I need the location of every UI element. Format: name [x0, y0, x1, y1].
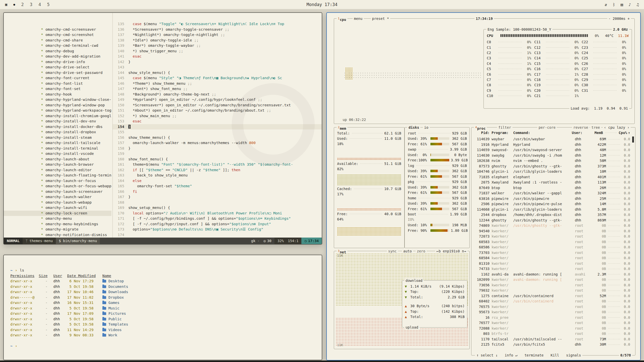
- workspace-button[interactable]: 5: [47, 2, 50, 7]
- bluetooth-icon[interactable]: ᛒ: [613, 2, 615, 7]
- network-icon[interactable]: ⇵: [605, 2, 607, 7]
- process-row[interactable]: 2125 fcitx5 /usr/bin/fcitx5 dhh 30M 0.0: [472, 342, 631, 347]
- process-row[interactable]: 68583 kworker/ root 0B 0.0: [472, 239, 631, 245]
- process-row[interactable]: 114639 waybar /usr/bin/waybar dhh 69M 0.…: [472, 137, 631, 142]
- code-line: 169 show_setup_menu() {: [113, 205, 322, 211]
- process-row[interactable]: 74869 kworker/ /usr/bin/ghostty --gtk- r…: [472, 223, 631, 229]
- process-cpu-graph: [608, 149, 621, 151]
- cursor-location: 32%154:1: [274, 238, 301, 244]
- filter-tab[interactable]: filter: [497, 125, 512, 130]
- process-row[interactable]: 71835 elephant elephant dhh 401M 0.0: [472, 174, 631, 180]
- core-row: C200%: [534, 88, 579, 93]
- process-list[interactable]: 114639 waybar /usr/bin/waybar dhh 69M 0.…: [472, 137, 631, 349]
- ls-row: drwxr-xr-x - dhh 16 Nov 15:31 Games: [10, 300, 322, 306]
- workspace-button[interactable]: 2: [21, 2, 24, 7]
- process-row[interactable]: 102638 nvim nvim --embed . dhh 58M 0.0: [472, 158, 631, 164]
- terminal-window[interactable]: ~ › ls Permissions Size User Date Modifi…: [3, 255, 322, 360]
- scroll-up-icon[interactable]: ↑: [627, 130, 630, 135]
- file-list-pane[interactable]: *omarchy-cmd-screensaver *omarchy-cmd-sc…: [4, 13, 111, 238]
- process-row[interactable]: 87649 btop btop dhh 26M 0.0: [472, 185, 631, 191]
- core-row: C21%: [487, 50, 531, 55]
- process-row[interactable]: 114630 swaybg /usr/bin/swaybg -i /hom dh…: [472, 153, 631, 158]
- process-row[interactable]: 63816 pipewire /usr/bin/pipewire dhh 25M…: [472, 196, 631, 202]
- workspace-switcher: ▣ ● 2 3 4 5: [5, 2, 50, 7]
- process-row[interactable]: 2544 dropbox /home/dhh/.dropbox-dist dhh…: [472, 212, 631, 218]
- disk-stat-row: Used: 0% 0 Byte: [408, 152, 467, 158]
- preset-button[interactable]: preset *: [371, 16, 390, 21]
- process-row[interactable]: 114659 swayosd- /usr/bin/swayosd-server …: [472, 147, 631, 153]
- mic-icon[interactable]: ♫: [636, 2, 639, 7]
- footer-action[interactable]: Kill: [551, 353, 559, 358]
- workspace-button[interactable]: 4: [38, 2, 41, 7]
- folder-icon: [102, 280, 106, 283]
- process-row[interactable]: 76575 kworker/ root 0B 0.0: [472, 304, 631, 310]
- process-row[interactable]: 87573 ghostty /usr/bin/ghostty --gtk- dh…: [472, 164, 631, 169]
- process-row[interactable]: 71837 walker /usr/bin/walker --gappl dhh…: [472, 191, 631, 196]
- neovim-window[interactable]: *omarchy-cmd-screensaver *omarchy-cmd-sc…: [3, 12, 322, 245]
- tree-tab[interactable]: tree: [590, 125, 601, 130]
- volume-icon[interactable]: ♪: [629, 2, 631, 7]
- process-scrollbar[interactable]: [632, 137, 634, 349]
- process-row[interactable]: 1170 tailscal /usr/sbin/tailscaled -- ro…: [472, 337, 631, 342]
- ls-row: drwxr-xr-x - dhh 9 Nov 08:33 Work: [10, 333, 322, 338]
- process-header-row: Pid: Program: Command: User: MemB Cpu% ↑: [472, 130, 631, 135]
- footer-action[interactable]: ↑ select ↓: [476, 353, 498, 358]
- process-row[interactable]: 1162 avahi-da avahi-daemon: running [ av…: [472, 272, 631, 277]
- process-row[interactable]: 16 rcu_pree root 0B 0.0: [472, 315, 631, 321]
- process-row[interactable]: 94540 kworker/ root 0B 0.0: [472, 229, 631, 234]
- process-row[interactable]: 73703 kworker/ root 0B 0.0: [472, 250, 631, 256]
- process-row[interactable]: 74733 kworker/ root 0B 0.0: [472, 266, 631, 272]
- process-row[interactable]: 102099 kworker/ avahi-daemon: running [ …: [472, 277, 631, 283]
- process-row[interactable]: 95673 kworker/ root 0B 0.0: [472, 309, 631, 315]
- process-row[interactable]: 68584 kworker/ root 0B 0.0: [472, 255, 631, 261]
- process-row[interactable]: 79032 kworker/ root 0B 0.0: [472, 288, 631, 293]
- process-cpu-graph: [608, 203, 621, 205]
- mem-box-title[interactable]: 2mem: [337, 125, 347, 131]
- footer-action[interactable]: info ↵: [505, 353, 517, 358]
- process-row[interactable]: 76577 kworker/ root 0B 0.0: [472, 320, 631, 326]
- network-box: 3net sync auto zero ←b enp191s0 n→ 11K 1…: [334, 251, 470, 349]
- process-cpu-graph: [608, 274, 621, 275]
- line-number: 146: [113, 81, 128, 86]
- process-row[interactable]: 104746 glycin-i /usr/lib/glycin-loaders …: [472, 169, 631, 174]
- code-pane[interactable]: 135 case $(menu "Toggle" "◐ Screensaver\…: [113, 13, 322, 238]
- process-row[interactable]: 68586 kworker/ root 0B 0.0: [472, 245, 631, 250]
- core-graph: [546, 41, 570, 43]
- per-core-tab[interactable]: per-core: [537, 125, 557, 130]
- file-item[interactable]: *omarchy-cmd-screensaver: [4, 21, 111, 27]
- process-row[interactable]: 73656 kworker/ root 0B 0.0: [472, 283, 631, 288]
- process-row[interactable]: 2075 Xwayland Xwayland :1 -rootless - dh…: [472, 180, 631, 185]
- footer-action[interactable]: signals: [566, 353, 581, 358]
- omarchy-logo-icon[interactable]: ▣: [5, 2, 7, 7]
- process-row[interactable]: 1275 containe /usr/bin/containerd root 5…: [472, 293, 631, 299]
- process-row[interactable]: 68402 kworker/ /usr/bin/containerd root …: [472, 299, 631, 304]
- workspace-button[interactable]: 3: [30, 2, 32, 7]
- core-row: C120%: [534, 45, 579, 50]
- process-row[interactable]: 72073 kworker/ root 0B 0.0: [472, 234, 631, 239]
- disk-stat-row: Free: 61% 567 GiB: [408, 206, 467, 212]
- reverse-tab[interactable]: reverse: [572, 125, 589, 130]
- sort-selector[interactable]: ‹ cpu lazy ›: [603, 125, 631, 130]
- cpu-box-title[interactable]: 1cpu: [337, 16, 347, 22]
- process-row[interactable]: 1916 Hyprland Hyprland dhh 422M 0.0: [472, 142, 631, 148]
- process-row[interactable]: 72088 kworker/ root 0B 0.0: [472, 326, 631, 331]
- executable-marker: *: [41, 189, 46, 195]
- process-row[interactable]: 114668 glycin-i /usr/lib/glycin-loaders …: [472, 207, 631, 212]
- scrollbar-thumb[interactable]: [632, 137, 634, 143]
- io-tab[interactable]: io: [423, 125, 430, 130]
- cpu-box: 1cpu menu preset * 17:34:19 - 2000ms + u…: [334, 18, 635, 124]
- process-row[interactable]: 12244 ghostty /usr/bin/ghostty --gtk- dh…: [472, 218, 631, 223]
- process-row[interactable]: 803 btrfs-tr root 0B 0.0: [472, 331, 631, 337]
- disk-usage-bar: [430, 229, 449, 232]
- line-number: 158: [113, 146, 128, 151]
- btop-window[interactable]: 1cpu menu preset * 17:34:19 - 2000ms + u…: [326, 12, 641, 360]
- disk-usage-bar: [430, 208, 449, 210]
- footer-action[interactable]: terminate: [525, 353, 544, 358]
- menu-button[interactable]: menu: [353, 16, 364, 21]
- update-interval-control[interactable]: - 2000ms +: [607, 16, 631, 21]
- process-row[interactable]: 2506 pipewire /usr/bin/pipewire-pulse dh…: [472, 201, 631, 207]
- disk-name-row: pkg929 GiB: [408, 179, 467, 185]
- process-row[interactable]: 81310 kworker/ root 0B 0.0: [472, 261, 631, 266]
- workspace-button[interactable]: ●: [13, 3, 15, 6]
- keyboard-icon[interactable]: ▤: [621, 2, 623, 7]
